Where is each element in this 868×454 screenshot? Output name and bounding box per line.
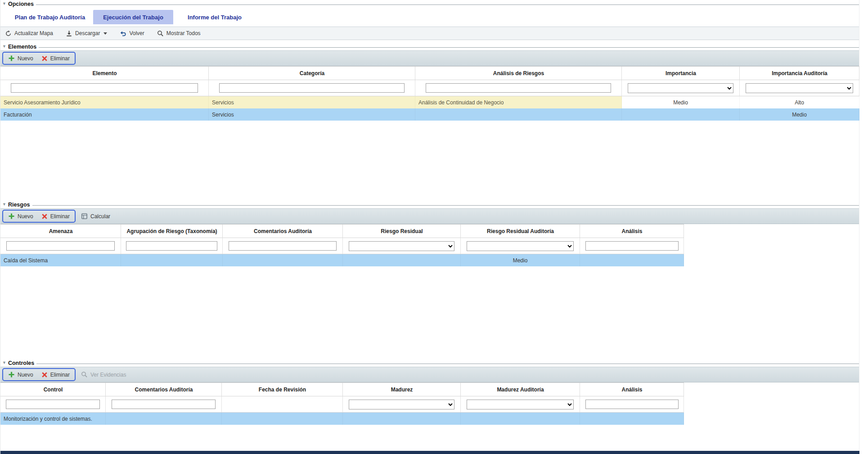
cell-analisis[interactable]	[580, 254, 684, 266]
column-header[interactable]: Elemento	[0, 67, 209, 80]
controles-nuevo-button[interactable]: Nuevo	[8, 371, 33, 378]
filter-analisis-input[interactable]	[585, 400, 679, 409]
filter-riesgo-residual-select[interactable]	[349, 241, 454, 251]
controles-eliminar-button[interactable]: Eliminar	[41, 372, 70, 378]
riesgos-action-group: Nuevo Eliminar	[2, 210, 76, 223]
column-header[interactable]: Madurez	[343, 383, 461, 396]
riesgos-eliminar-button[interactable]: Eliminar	[41, 213, 70, 220]
filter-agrupacion-input[interactable]	[126, 241, 217, 251]
controles-toolbar: Nuevo Eliminar Ver Evidencias	[0, 367, 859, 382]
column-header[interactable]: Análisis de Riesgos	[415, 67, 622, 80]
column-header[interactable]: Riesgo Residual Auditoría	[461, 225, 580, 238]
undo-icon	[120, 30, 126, 37]
riesgos-collapse-icon[interactable]: ▼	[2, 202, 6, 207]
cell-elemento[interactable]: Servicio Asesoramiento Jurídico	[0, 96, 209, 108]
filter-riesgo-residual-auditoria-select[interactable]	[467, 241, 574, 251]
elementos-section: ▼ Elementos Nuevo Eliminar Elemento Cate…	[0, 43, 859, 201]
volver-button[interactable]: Volver	[120, 30, 144, 37]
elementos-eliminar-button[interactable]: Eliminar	[41, 55, 70, 62]
ver-evidencias-label: Ver Evidencias	[90, 372, 126, 378]
opciones-collapse-icon[interactable]: ▼	[2, 2, 6, 6]
controles-table-row[interactable]: Monitorización y control de sistemas.	[0, 413, 684, 425]
cell-comentarios[interactable]	[223, 254, 343, 266]
descargar-button[interactable]: Descargar	[66, 30, 107, 37]
cell-riesgo-residual-auditoria[interactable]: Medio	[461, 254, 580, 266]
controles-collapse-icon[interactable]: ▼	[2, 361, 6, 365]
cell-madurez-auditoria[interactable]	[461, 413, 580, 425]
column-header[interactable]: Comentarios Auditoría	[223, 225, 343, 238]
cell-control[interactable]: Monitorización y control de sistemas.	[0, 413, 106, 425]
filter-elemento-input[interactable]	[11, 83, 198, 93]
filter-madurez-select[interactable]	[349, 400, 454, 409]
ver-evidencias-button[interactable]: Ver Evidencias	[81, 371, 126, 378]
column-header[interactable]: Fecha de Revisión	[222, 383, 343, 396]
cell-madurez[interactable]	[343, 413, 461, 425]
controles-section: ▼ Controles Nuevo Eliminar Ver Evidencia…	[0, 359, 859, 444]
controles-filter-row	[0, 396, 684, 413]
column-header[interactable]: Categoría	[209, 67, 415, 80]
cell-analisis[interactable]	[580, 413, 684, 425]
cell-agrupacion[interactable]	[121, 254, 223, 266]
cell-categoria[interactable]: Servicios	[209, 108, 415, 121]
descargar-dropdown-caret-icon[interactable]	[103, 32, 107, 35]
column-header[interactable]: Agrupación de Riesgo (Taxonomía)	[121, 225, 223, 238]
controles-eliminar-label: Eliminar	[50, 372, 70, 378]
column-header[interactable]: Comentarios Auditoría	[106, 383, 222, 396]
cell-analisis-riesgos[interactable]: Análisis de Continuidad de Negocio	[415, 96, 622, 108]
mostrar-todos-button[interactable]: Mostrar Todos	[157, 30, 201, 37]
filter-amenaza-input[interactable]	[6, 241, 114, 251]
elementos-toolbar: Nuevo Eliminar	[0, 50, 859, 66]
opciones-divider	[36, 4, 859, 5]
cell-comentarios[interactable]	[106, 413, 222, 425]
search-icon	[81, 371, 88, 378]
cell-analisis-riesgos[interactable]	[415, 108, 622, 121]
calcular-label: Calcular	[90, 213, 110, 220]
cell-importancia-auditoria[interactable]: Medio	[740, 108, 859, 121]
actualizar-mapa-button[interactable]: Actualizar Mapa	[5, 30, 53, 37]
cell-importancia[interactable]	[622, 108, 740, 121]
column-header[interactable]: Control	[0, 383, 106, 396]
cell-importancia-auditoria[interactable]: Alto	[740, 96, 859, 108]
cell-importancia[interactable]: Medio	[622, 96, 740, 108]
elementos-nuevo-button[interactable]: Nuevo	[8, 55, 33, 62]
column-header[interactable]: Análisis	[580, 383, 684, 396]
column-header[interactable]: Madurez Auditoría	[461, 383, 580, 396]
elementos-table-row[interactable]: Facturación Servicios Medio	[0, 108, 859, 121]
controles-table-header: Control Comentarios Auditoría Fecha de R…	[0, 382, 684, 396]
elementos-table-row[interactable]: Servicio Asesoramiento Jurídico Servicio…	[0, 96, 859, 108]
cell-fecha-revision[interactable]	[222, 413, 343, 425]
riesgos-divider	[32, 205, 859, 206]
calcular-button[interactable]: Calcular	[81, 213, 110, 220]
opciones-group-header: ▼ Opciones	[0, 0, 859, 8]
tab-bar: Plan de Trabajo Auditoría Ejecución del …	[0, 10, 859, 24]
tab-plan-de-trabajo-auditoria[interactable]: Plan de Trabajo Auditoría	[8, 10, 92, 24]
riesgos-table-row[interactable]: Caída del Sistema Medio	[0, 254, 684, 266]
filter-comentarios-auditoria-input[interactable]	[229, 241, 336, 251]
filter-importancia-auditoria-select[interactable]	[746, 83, 853, 93]
column-header[interactable]: Importancia Auditoría	[740, 67, 859, 80]
tab-ejecucion-del-trabajo[interactable]: Ejecución del Trabajo	[93, 10, 173, 24]
app-window: ▼ Opciones Plan de Trabajo Auditoría Eje…	[0, 0, 859, 454]
filter-control-input[interactable]	[6, 400, 100, 409]
filter-fecha-revision-empty	[222, 396, 343, 412]
filter-categoria-input[interactable]	[219, 83, 405, 93]
elementos-collapse-icon[interactable]: ▼	[2, 45, 6, 49]
column-header[interactable]: Amenaza	[0, 225, 121, 238]
calculator-icon	[81, 213, 88, 220]
filter-analisis-input[interactable]	[585, 241, 679, 251]
filter-importancia-select[interactable]	[628, 83, 733, 93]
column-header[interactable]: Importancia	[622, 67, 740, 80]
elementos-title: Elementos	[8, 44, 36, 50]
cell-riesgo-residual[interactable]	[343, 254, 461, 266]
filter-madurez-auditoria-select[interactable]	[467, 400, 574, 409]
opciones-label: Opciones	[8, 1, 34, 7]
column-header[interactable]: Análisis	[580, 225, 684, 238]
riesgos-nuevo-button[interactable]: Nuevo	[8, 213, 33, 220]
filter-analisis-riesgos-input[interactable]	[426, 83, 611, 93]
column-header[interactable]: Riesgo Residual	[343, 225, 461, 238]
cell-categoria[interactable]: Servicios	[209, 96, 415, 108]
tab-informe-del-trabajo[interactable]: Informe del Trabajo	[175, 10, 255, 24]
cell-elemento[interactable]: Facturación	[0, 108, 209, 121]
cell-amenaza[interactable]: Caída del Sistema	[0, 254, 121, 266]
filter-comentarios-auditoria-input[interactable]	[112, 400, 216, 409]
